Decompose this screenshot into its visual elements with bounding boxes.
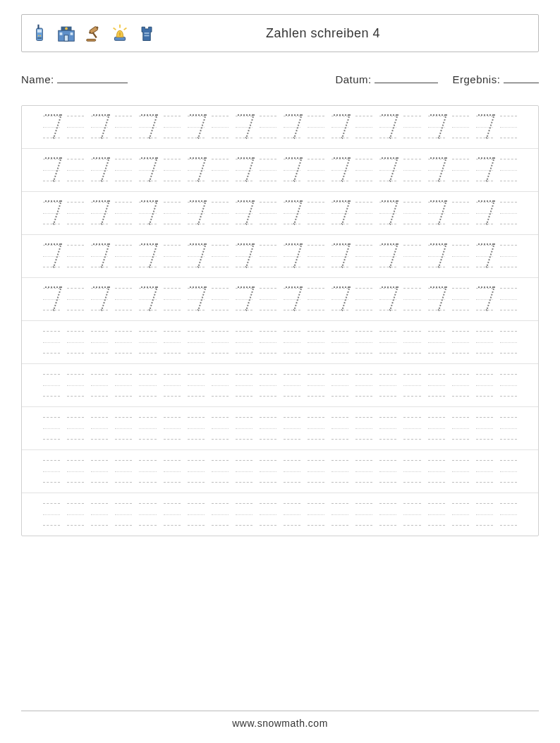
guide-cell[interactable] — [284, 288, 300, 310]
guide-cell[interactable] — [260, 374, 276, 397]
guide-cell[interactable] — [43, 460, 60, 483]
guide-cell[interactable] — [308, 374, 324, 397]
guide-cell[interactable] — [500, 503, 517, 526]
guide-cell[interactable] — [115, 245, 132, 267]
guide-cell[interactable] — [212, 503, 229, 526]
guide-cell[interactable] — [91, 417, 108, 440]
guide-cell[interactable] — [331, 460, 348, 483]
guide-cell[interactable] — [379, 503, 396, 526]
guide-cell[interactable] — [331, 288, 348, 310]
guide-cell[interactable] — [428, 202, 445, 224]
guide-cell[interactable] — [91, 460, 108, 483]
guide-cell[interactable] — [139, 288, 156, 310]
guide-cell[interactable] — [476, 460, 493, 483]
guide-cell[interactable] — [139, 116, 156, 138]
guide-cell[interactable] — [379, 202, 396, 224]
guide-cell[interactable] — [164, 460, 181, 483]
guide-cell[interactable] — [212, 116, 229, 138]
guide-cell[interactable] — [260, 288, 276, 310]
guide-cell[interactable] — [379, 288, 396, 310]
guide-cell[interactable] — [236, 245, 252, 267]
guide-cell[interactable] — [188, 159, 205, 181]
guide-cell[interactable] — [476, 417, 493, 440]
guide-cell[interactable] — [236, 159, 252, 181]
guide-cell[interactable] — [164, 202, 181, 224]
guide-cell[interactable] — [67, 202, 84, 224]
guide-cell[interactable] — [331, 331, 348, 354]
guide-cell[interactable] — [500, 374, 517, 397]
guide-cell[interactable] — [43, 245, 60, 267]
guide-cell[interactable] — [355, 159, 372, 181]
guide-cell[interactable] — [236, 116, 252, 138]
guide-cell[interactable] — [67, 331, 84, 354]
guide-cell[interactable] — [403, 331, 420, 354]
guide-cell[interactable] — [379, 159, 396, 181]
guide-cell[interactable] — [91, 245, 108, 267]
guide-cell[interactable] — [379, 116, 396, 138]
guide-cell[interactable] — [284, 331, 300, 354]
guide-cell[interactable] — [67, 374, 84, 397]
guide-cell[interactable] — [43, 417, 60, 440]
guide-cell[interactable] — [308, 331, 324, 354]
guide-cell[interactable] — [115, 503, 132, 526]
guide-cell[interactable] — [115, 331, 132, 354]
guide-cell[interactable] — [91, 116, 108, 138]
guide-cell[interactable] — [403, 503, 420, 526]
guide-cell[interactable] — [43, 159, 60, 181]
guide-cell[interactable] — [260, 116, 276, 138]
guide-cell[interactable] — [212, 202, 229, 224]
guide-cell[interactable] — [284, 503, 300, 526]
guide-cell[interactable] — [236, 288, 252, 310]
guide-cell[interactable] — [43, 288, 60, 310]
guide-cell[interactable] — [115, 288, 132, 310]
guide-cell[interactable] — [379, 374, 396, 397]
guide-cell[interactable] — [284, 460, 300, 483]
guide-cell[interactable] — [452, 202, 469, 224]
guide-cell[interactable] — [115, 116, 132, 138]
guide-cell[interactable] — [236, 374, 252, 397]
guide-cell[interactable] — [212, 417, 229, 440]
guide-cell[interactable] — [500, 116, 517, 138]
guide-cell[interactable] — [43, 202, 60, 224]
guide-cell[interactable] — [476, 288, 493, 310]
guide-cell[interactable] — [355, 331, 372, 354]
guide-cell[interactable] — [164, 159, 181, 181]
guide-cell[interactable] — [308, 202, 324, 224]
guide-cell[interactable] — [308, 245, 324, 267]
guide-cell[interactable] — [260, 245, 276, 267]
guide-cell[interactable] — [379, 331, 396, 354]
guide-cell[interactable] — [260, 503, 276, 526]
guide-cell[interactable] — [212, 245, 229, 267]
guide-cell[interactable] — [188, 417, 205, 440]
guide-cell[interactable] — [452, 159, 469, 181]
guide-cell[interactable] — [379, 460, 396, 483]
guide-cell[interactable] — [379, 245, 396, 267]
guide-cell[interactable] — [403, 116, 420, 138]
guide-cell[interactable] — [379, 417, 396, 440]
guide-cell[interactable] — [403, 417, 420, 440]
guide-cell[interactable] — [403, 202, 420, 224]
date-blank[interactable] — [375, 72, 438, 83]
guide-cell[interactable] — [500, 159, 517, 181]
guide-cell[interactable] — [403, 288, 420, 310]
guide-cell[interactable] — [212, 460, 229, 483]
guide-cell[interactable] — [500, 288, 517, 310]
guide-cell[interactable] — [428, 159, 445, 181]
guide-cell[interactable] — [43, 331, 60, 354]
guide-cell[interactable] — [212, 374, 229, 397]
guide-cell[interactable] — [67, 288, 84, 310]
guide-cell[interactable] — [139, 202, 156, 224]
guide-cell[interactable] — [284, 245, 300, 267]
guide-cell[interactable] — [452, 331, 469, 354]
guide-cell[interactable] — [115, 159, 132, 181]
guide-cell[interactable] — [67, 245, 84, 267]
guide-cell[interactable] — [139, 159, 156, 181]
guide-cell[interactable] — [164, 374, 181, 397]
guide-cell[interactable] — [428, 331, 445, 354]
guide-cell[interactable] — [91, 288, 108, 310]
guide-cell[interactable] — [308, 288, 324, 310]
guide-cell[interactable] — [91, 503, 108, 526]
guide-cell[interactable] — [355, 116, 372, 138]
guide-cell[interactable] — [139, 503, 156, 526]
guide-cell[interactable] — [212, 331, 229, 354]
